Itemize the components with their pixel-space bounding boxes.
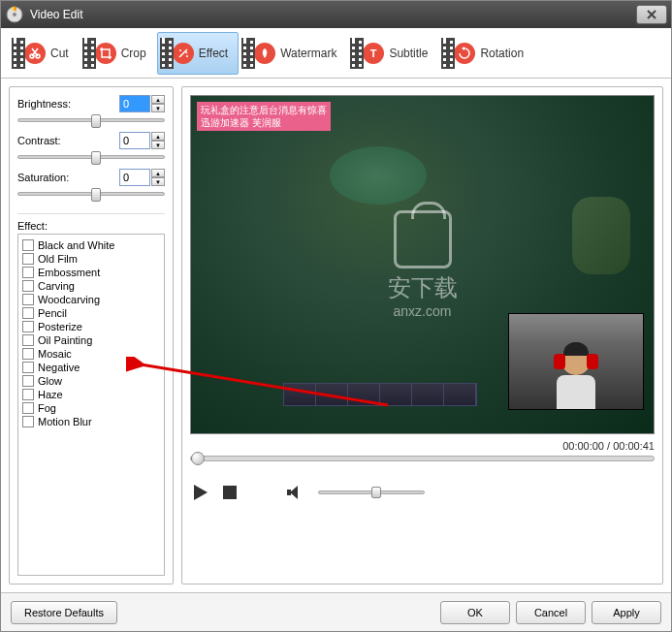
effect-item[interactable]: Embossment — [22, 266, 160, 279]
webcam-overlay — [508, 313, 644, 410]
cancel-button[interactable]: Cancel — [516, 601, 586, 624]
contrast-down[interactable]: ▼ — [151, 141, 165, 149]
adjust-panel: Brightness: ▲▼ Contrast: ▲▼ Sa — [17, 95, 165, 214]
svg-point-4 — [179, 49, 181, 51]
ok-button[interactable]: OK — [440, 601, 510, 624]
effect-checkbox[interactable] — [22, 267, 34, 278]
app-icon — [5, 5, 24, 24]
effect-checkbox[interactable] — [22, 307, 34, 319]
tab-label: Crop — [121, 47, 146, 60]
effect-label: Carving — [38, 280, 75, 292]
effect-label: Motion Blur — [38, 416, 92, 427]
stop-button[interactable] — [223, 486, 237, 499]
tab-crop[interactable]: Crop — [80, 32, 157, 75]
effect-item[interactable]: Pencil — [22, 306, 160, 320]
effect-item[interactable]: Old Film — [22, 252, 160, 266]
main-area: Brightness: ▲▼ Contrast: ▲▼ Sa — [1, 79, 671, 592]
right-panel: 玩礼盒的注意后台消息有惊喜 迅游加速器 芙润服 安下载 anxz.com — [181, 86, 663, 585]
effect-item[interactable]: Glow — [22, 374, 160, 388]
saturation-down[interactable]: ▼ — [151, 177, 165, 186]
effect-checkbox[interactable] — [22, 375, 34, 387]
effect-checkbox[interactable] — [22, 402, 34, 414]
play-button[interactable] — [194, 485, 208, 500]
tab-rotation[interactable]: Rotation — [438, 32, 534, 75]
effect-label: Black and White — [38, 239, 114, 251]
saturation-label: Saturation: — [17, 172, 69, 183]
brightness-label: Brightness: — [17, 98, 71, 110]
brightness-thumb[interactable] — [91, 114, 101, 128]
effect-label: Posterize — [38, 321, 82, 332]
volume-icon — [287, 486, 303, 499]
effect-item[interactable]: Haze — [22, 388, 160, 401]
tab-subtitle[interactable]: T Subtitle — [347, 32, 438, 75]
saturation-input[interactable] — [119, 169, 150, 186]
effect-checkbox[interactable] — [22, 253, 34, 265]
effect-item[interactable]: Motion Blur — [22, 415, 160, 428]
tab-effect[interactable]: Effect — [157, 32, 239, 75]
effect-item[interactable]: Woodcarving — [22, 293, 160, 306]
rotation-icon — [441, 36, 476, 71]
contrast-thumb[interactable] — [91, 151, 101, 165]
saturation-thumb[interactable] — [91, 188, 101, 202]
time-display: 00:00:00 / 00:00:41 — [190, 440, 655, 452]
effect-section: Effect: Black and WhiteOld FilmEmbossmen… — [17, 220, 165, 576]
tab-watermark[interactable]: Watermark — [239, 32, 347, 75]
brightness-up[interactable]: ▲ — [151, 95, 165, 104]
effect-item[interactable]: Fog — [22, 401, 160, 415]
effect-label: Glow — [38, 375, 62, 387]
tab-label: Cut — [50, 47, 69, 60]
tab-label: Watermark — [280, 47, 336, 60]
effect-label: Pencil — [38, 307, 67, 319]
video-preview: 玩礼盒的注意后台消息有惊喜 迅游加速器 芙润服 安下载 anxz.com — [190, 95, 655, 434]
svg-point-1 — [13, 13, 16, 16]
effect-checkbox[interactable] — [22, 334, 34, 346]
contrast-input[interactable] — [119, 132, 150, 149]
tab-cut[interactable]: Cut — [9, 32, 80, 75]
effect-list: Black and WhiteOld FilmEmbossmentCarving… — [17, 234, 165, 576]
effect-title: Effect: — [17, 220, 165, 232]
contrast-slider[interactable] — [17, 155, 165, 159]
brightness-slider[interactable] — [17, 118, 165, 122]
brightness-spinner[interactable]: ▲▼ — [119, 95, 165, 112]
contrast-spinner[interactable]: ▲▼ — [119, 132, 165, 149]
effect-item[interactable]: Posterize — [22, 320, 160, 333]
effect-checkbox[interactable] — [22, 348, 34, 360]
effect-label: Fog — [38, 402, 56, 414]
tab-label: Subtitle — [389, 47, 428, 60]
tab-label: Rotation — [480, 47, 524, 60]
effect-checkbox[interactable] — [22, 239, 34, 251]
bottom-bar: Restore Defaults OK Cancel Apply — [1, 592, 671, 631]
window-title: Video Edit — [30, 8, 636, 21]
effect-label: Negative — [38, 362, 80, 373]
effect-checkbox[interactable] — [22, 416, 34, 427]
titlebar: Video Edit — [1, 1, 671, 28]
saturation-spinner[interactable]: ▲▼ — [119, 169, 165, 186]
effect-checkbox[interactable] — [22, 294, 34, 305]
effect-label: Oil Painting — [38, 334, 92, 346]
volume-slider[interactable] — [318, 490, 425, 494]
close-button[interactable] — [636, 5, 667, 24]
seek-slider[interactable] — [190, 456, 655, 461]
effect-item[interactable]: Negative — [22, 361, 160, 374]
video-edit-window: Video Edit Cut Crop Effect Watermark T S… — [0, 0, 672, 632]
brightness-down[interactable]: ▼ — [151, 104, 165, 112]
effect-item[interactable]: Mosaic — [22, 347, 160, 361]
restore-defaults-button[interactable]: Restore Defaults — [11, 601, 117, 624]
apply-button[interactable]: Apply — [592, 601, 661, 624]
video-overlay-text: 玩礼盒的注意后台消息有惊喜 迅游加速器 芙润服 — [197, 102, 331, 131]
contrast-up[interactable]: ▲ — [151, 132, 165, 141]
brightness-input[interactable] — [119, 95, 150, 112]
effect-item[interactable]: Oil Painting — [22, 333, 160, 347]
saturation-up[interactable]: ▲ — [151, 169, 165, 177]
effect-checkbox[interactable] — [22, 321, 34, 332]
effect-item[interactable]: Black and White — [22, 238, 160, 252]
svg-point-5 — [186, 55, 188, 57]
volume-thumb[interactable] — [371, 487, 381, 498]
saturation-slider[interactable] — [17, 192, 165, 196]
seek-thumb[interactable] — [191, 452, 205, 465]
effect-icon — [160, 36, 195, 71]
effect-checkbox[interactable] — [22, 362, 34, 373]
effect-item[interactable]: Carving — [22, 279, 160, 293]
effect-checkbox[interactable] — [22, 280, 34, 292]
effect-checkbox[interactable] — [22, 389, 34, 400]
